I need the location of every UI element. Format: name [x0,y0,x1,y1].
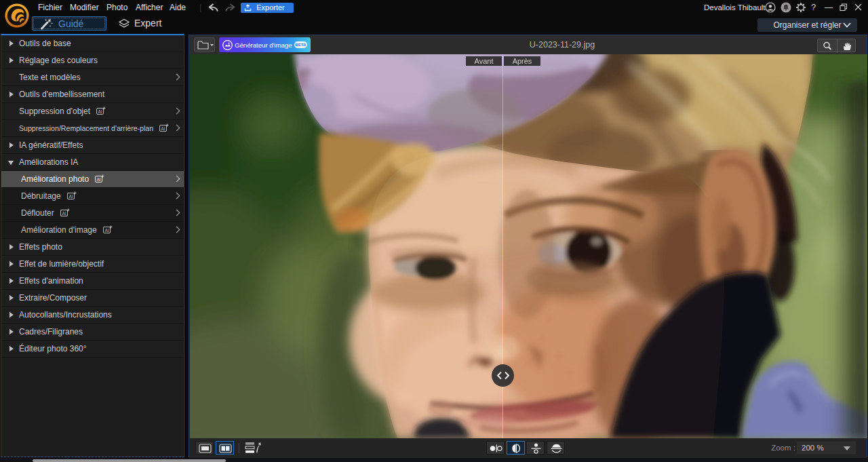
svg-text:AI: AI [98,109,102,114]
svg-text:AI: AI [68,194,73,199]
svg-text:AI: AI [62,211,66,216]
svg-text:AI: AI [161,126,165,131]
svg-text:AI: AI [97,177,101,182]
svg-text:AI: AI [104,228,108,233]
